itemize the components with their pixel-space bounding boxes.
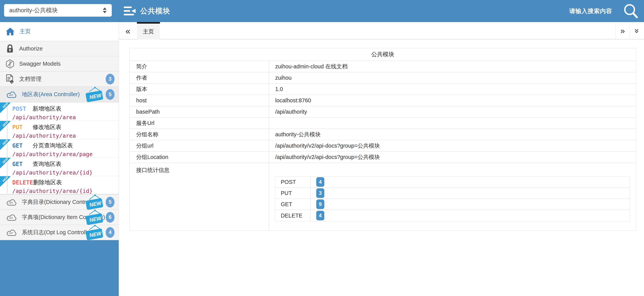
method-stats-table: POST 4 PUT 3 GET 9 DELETE 4 [275, 176, 630, 221]
method-label: GET [12, 142, 32, 149]
svg-text:API: API [9, 232, 13, 235]
row-value [269, 118, 636, 129]
chevron-double-right-icon: » [620, 26, 625, 36]
table-row: 分组Location /api/authority/v2/api-docs?gr… [130, 152, 636, 163]
endpoint-name: 分页查询地区表 [32, 142, 73, 150]
sidebar-item-doc-manage[interactable]: 文档管理 3 [0, 72, 119, 87]
endpoint-path: /api/authority/area/{id} [12, 169, 119, 176]
sidebar-item-label: 文档管理 [19, 75, 42, 83]
tabs-scroll-left-button[interactable]: « [119, 22, 137, 40]
method-label: PUT [12, 124, 32, 131]
stats-method: PUT [275, 188, 310, 198]
row-value: zuihou [269, 72, 636, 83]
row-value: localhost:8760 [269, 95, 636, 106]
new-ribbon-icon: NEW [0, 158, 11, 169]
top-bar: authority-公共模块 公共模块 请输入搜索内容 [0, 0, 644, 22]
new-ribbon-icon: NEW [0, 121, 11, 132]
lock-icon [6, 44, 14, 53]
stats-row: DELETE 4 [275, 210, 630, 221]
endpoint-name: 修改地区表 [32, 123, 61, 131]
table-title: 公共模块 [130, 48, 636, 61]
endpoint-item-get-area-id[interactable]: NEW GET 查询地区表 /api/authority/area/{id} [0, 158, 119, 176]
row-label: basePath [130, 106, 269, 117]
page-title: 公共模块 [140, 6, 170, 16]
row-value: /api/authority/v2/api-docs?group=公共模块 [269, 152, 636, 163]
new-badge-icon: NEW [84, 224, 104, 241]
table-row: 分组url /api/authority/v2/api-docs?group=公… [130, 140, 636, 152]
sidebar-item-swagger-models[interactable]: Swagger Models [0, 57, 119, 72]
row-value: 1.0 [269, 84, 636, 95]
sidebar: 主页 Authorize Swagger Models [0, 22, 119, 296]
endpoint-item-get-area-page[interactable]: NEW GET 分页查询地区表 /api/authority/area/page [0, 139, 119, 158]
endpoint-item-delete-area[interactable]: NEW DELETE 删除地区表 /api/authority/area/{id… [0, 176, 119, 195]
tab-label: 主页 [143, 28, 154, 36]
doc-manage-count-badge: 3 [106, 74, 114, 85]
stats-count-badge: 3 [316, 188, 324, 198]
cloud-api-icon: API [6, 91, 17, 98]
new-badge-icon: NEW [84, 86, 104, 103]
endpoint-item-post-area[interactable]: NEW POST 新增地区表 /api/authority/area [0, 103, 119, 121]
row-label: 接口统计信息 [130, 163, 269, 230]
cloud-api-icon: API [6, 229, 17, 236]
sidebar-item-authorize[interactable]: Authorize [0, 41, 119, 57]
group-select-value: authority-公共模块 [9, 6, 103, 15]
chevron-double-left-icon: « [126, 26, 130, 36]
table-row: 作者 zuihou [130, 72, 636, 84]
brand: 公共模块 [124, 5, 170, 17]
row-value: /api/authority/v2/api-docs?group=公共模块 [269, 140, 636, 151]
search-area: 请输入搜索内容 [569, 0, 639, 22]
endpoint-list: NEW POST 新增地区表 /api/authority/area NEW P… [0, 103, 119, 195]
tab-home[interactable]: 主页 [137, 22, 160, 40]
sidebar-item-label: 系统日志(Opt Log Controller) [22, 229, 93, 236]
sidebar-item-label: 主页 [20, 28, 31, 35]
stats-method: DELETE [275, 210, 310, 221]
main-content: « 主页 » » 公共模块 简介 zuihou-admin-cloud 在线文档… [119, 22, 644, 296]
row-value: zuihou-admin-cloud 在线文档 [269, 61, 636, 72]
row-label: 服务Url [130, 118, 269, 129]
stats-count-badge: 4 [316, 211, 324, 220]
new-ribbon-icon: NEW [0, 103, 11, 113]
app-logo-icon [124, 5, 136, 17]
sidebar-item-dictionary-controller[interactable]: API 字典目录(Dictionary Controller) NEW 5 [0, 195, 119, 210]
svg-text:API: API [9, 201, 13, 204]
controller-count-badge: 6 [106, 212, 114, 223]
module-info-table: 公共模块 简介 zuihou-admin-cloud 在线文档 作者 zuiho… [130, 48, 636, 230]
controller-count-badge: 4 [106, 227, 114, 238]
sidebar-item-opt-log-controller[interactable]: API 系统日志(Opt Log Controller) NEW 4 [0, 225, 119, 240]
row-label: 分组Location [130, 152, 269, 163]
sidebar-item-label: 地区表(Area Controller) [22, 91, 80, 98]
tab-strip: « 主页 » » [119, 22, 644, 40]
table-row: host localhost:8760 [130, 95, 636, 106]
sidebar-item-label: Swagger Models [19, 61, 60, 67]
method-label: DELETE [12, 179, 33, 186]
document-gear-icon [6, 74, 14, 84]
group-select[interactable]: authority-公共模块 [4, 4, 112, 17]
area-controller-count-badge: 5 [106, 89, 114, 100]
sidebar-item-home[interactable]: 主页 [0, 22, 119, 41]
row-value: /api/authority [269, 106, 636, 117]
new-badge-icon: NEW [84, 209, 104, 226]
row-value: authority-公共模块 [269, 129, 636, 140]
stats-method: GET [275, 199, 310, 210]
endpoint-name: 删除地区表 [33, 178, 62, 186]
endpoint-name: 查询地区表 [32, 160, 61, 168]
row-label: 分组url [130, 140, 269, 151]
search-input[interactable]: 请输入搜索内容 [569, 7, 612, 15]
endpoint-path: /api/authority/area [12, 114, 119, 121]
table-row: basePath /api/authority [130, 106, 636, 118]
endpoint-item-put-area[interactable]: NEW PUT 修改地区表 /api/authority/area [0, 121, 119, 139]
table-row: 简介 zuihou-admin-cloud 在线文档 [130, 61, 636, 72]
sidebar-item-area-controller[interactable]: API 地区表(Area Controller) NEW 5 [0, 87, 119, 103]
tabs-scroll-right-button[interactable]: » [615, 22, 630, 40]
new-ribbon-icon: NEW [0, 176, 11, 187]
sidebar-item-dictionary-item-controller[interactable]: API 字典项(Dictionary Item Controller) NEW … [0, 210, 119, 225]
tabs-collapse-all-button[interactable]: » [630, 22, 644, 40]
new-ribbon-icon: NEW [0, 139, 11, 150]
endpoint-path: /api/authority/area [12, 132, 119, 139]
stats-count-badge: 9 [316, 199, 324, 209]
endpoint-path: /api/authority/area/{id} [12, 188, 119, 194]
row-label: 简介 [130, 61, 269, 72]
table-row: 服务Url [130, 118, 636, 129]
svg-text:API: API [9, 216, 13, 219]
search-icon[interactable] [623, 3, 639, 19]
